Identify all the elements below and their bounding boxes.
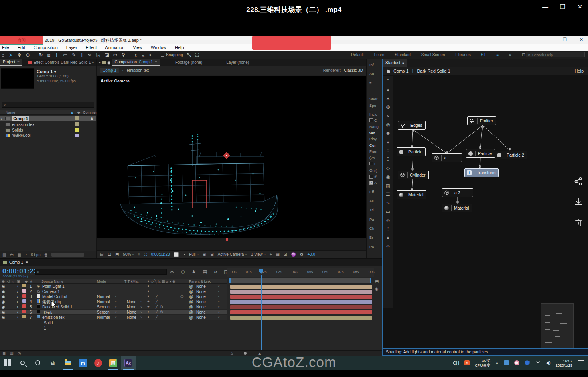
column-parent[interactable]: Parent & Link [189, 279, 211, 283]
project-search-box[interactable]: ⌕ [2, 102, 94, 108]
layer-name[interactable]: Point Light 1 [42, 284, 65, 289]
mini-flowchart-icon[interactable]: ⬒ [115, 252, 119, 257]
timeline-tab[interactable]: Comp 1 [9, 260, 23, 265]
share-nodes-icon[interactable] [574, 177, 583, 186]
current-time-display[interactable]: 0:00:01:23 [2, 267, 37, 275]
node-particle-2[interactable]: Particle [466, 149, 495, 158]
eye-icon[interactable]: ◉ [2, 304, 5, 310]
menu-edit[interactable]: Edit [17, 45, 26, 50]
expand-icon[interactable]: › [17, 289, 18, 294]
quality-switch-icon[interactable]: ╱ [156, 310, 158, 315]
quality-switch-icon[interactable]: ╱ [156, 299, 158, 304]
expand-icon[interactable]: › [17, 299, 18, 304]
node-edges[interactable]: Edges [398, 121, 426, 130]
parent-dropdown[interactable]: None [196, 299, 206, 304]
close-icon[interactable]: ✕ [577, 3, 582, 10]
tab-composition[interactable]: Composition Comp 1 ≡ [112, 59, 160, 66]
tab-layer[interactable]: Layer (none) [226, 60, 249, 65]
layer-row-1[interactable]: ◉ › 1 ☀ Point Light 1 ✦ @ None ˅ [0, 284, 227, 289]
exposure-icon[interactable]: ✿ [300, 252, 303, 257]
node-a2[interactable]: a 2 [442, 188, 473, 197]
workspace-standard[interactable]: Standard [395, 53, 411, 57]
node-particle-3[interactable]: Particle 2 [495, 151, 527, 159]
timeline-search-input[interactable] [41, 269, 157, 275]
quality-switch-icon[interactable]: ╱ [156, 315, 158, 320]
panel-menu-icon[interactable]: ≡ [26, 260, 28, 265]
panel-menu-icon[interactable]: ≡ [155, 60, 157, 64]
mode-dropdown[interactable]: Screen [97, 304, 110, 310]
delete-icon[interactable]: 🗑 [44, 253, 48, 257]
label-chip[interactable] [22, 294, 26, 298]
snapshot-icon[interactable]: ⬜ [174, 252, 179, 257]
layer-name-editing[interactable]: Dark Red Solid 1 [42, 310, 45, 310]
timeline-search-box[interactable]: ⌕ [35, 269, 167, 275]
menu-view[interactable]: View [132, 45, 143, 50]
workspace-overflow-icon[interactable]: » [509, 53, 511, 57]
eye-icon[interactable]: ◉ [2, 315, 5, 320]
grid-icon[interactable]: ⛶ [195, 52, 199, 58]
node-material-2[interactable]: Material [442, 204, 472, 212]
frame-blending-icon[interactable]: ▤ [203, 269, 207, 275]
pickwhip-icon[interactable]: @ [189, 299, 193, 304]
axis-world-icon[interactable]: ⟑ [142, 52, 144, 58]
node-a[interactable]: a [432, 153, 462, 162]
workspace-small-screen[interactable]: Small Screen [421, 53, 445, 57]
brush-tool-icon[interactable]: ✑ [88, 52, 92, 58]
column-mode[interactable]: Mode [97, 279, 106, 283]
stamp-tool-icon[interactable]: ⎘ [96, 52, 100, 58]
shy-switch-icon[interactable]: ✦ [147, 299, 150, 304]
new-comp-icon[interactable]: ▦ [17, 253, 21, 257]
strip-menu-icon[interactable]: ≡ [369, 81, 372, 85]
draft-3d-icon[interactable]: ⬡ [181, 269, 185, 275]
label-column-icon[interactable]: ◆ [77, 110, 80, 114]
hide-shy-icon[interactable]: ♟ [192, 269, 196, 275]
renderer-value[interactable]: Classic 3D [344, 68, 363, 73]
fx-switch[interactable]: fx [160, 304, 163, 310]
hand-tool-icon[interactable]: ✥ [17, 52, 21, 58]
label-chip[interactable] [75, 116, 79, 120]
parent-dropdown[interactable]: None [196, 304, 206, 310]
menu-file[interactable]: File [1, 45, 10, 50]
trkmat-dropdown[interactable]: None [127, 310, 136, 315]
layer-duration-bar[interactable] [230, 295, 372, 299]
scale-icon[interactable]: ⤡ [187, 52, 191, 58]
layer-duration-bar[interactable] [230, 285, 372, 289]
eye-icon[interactable]: ◉ [2, 294, 5, 299]
workspace-st[interactable]: ST [481, 53, 486, 57]
maximize-icon[interactable]: ❐ [560, 3, 565, 10]
trash-icon[interactable] [574, 218, 583, 227]
workspace-libraries[interactable]: Libraries [455, 53, 470, 57]
project-item-emission-tex[interactable]: › emission tex [0, 122, 96, 127]
eye-icon[interactable]: ◉ [2, 299, 5, 304]
shape-tool-icon[interactable]: ▭ [63, 52, 67, 58]
node-cylinder[interactable]: Cylinder [398, 171, 429, 179]
menu-composition[interactable]: Composition [33, 45, 59, 50]
label-chip[interactable] [22, 284, 26, 287]
mode-dropdown[interactable]: Screen [97, 310, 110, 315]
guides-icon[interactable]: ⌗ [138, 252, 140, 257]
expand-icon[interactable]: › [17, 284, 18, 289]
tab-footage[interactable]: Footage (none) [175, 60, 202, 65]
eye-icon[interactable]: ◉ [2, 310, 5, 315]
timeline-button-icon[interactable]: ⊡ [284, 252, 287, 257]
mode-dropdown[interactable]: Normal [97, 299, 110, 304]
expand-icon[interactable]: › [17, 304, 18, 310]
always-preview-icon[interactable]: ▤ [100, 252, 103, 257]
bit-depth[interactable]: 8 bpc [31, 253, 40, 257]
pen-tool-icon[interactable]: ✎ [72, 52, 76, 58]
list-view-icon[interactable]: ▤ [2, 253, 6, 257]
workspace-default[interactable]: Default [351, 53, 364, 57]
checkbox[interactable] [369, 162, 373, 165]
project-search-input[interactable] [8, 102, 83, 108]
new-folder-icon[interactable]: 🗀 [10, 253, 14, 257]
search-help-input[interactable] [532, 53, 576, 57]
workspace-learn[interactable]: Learn [374, 53, 385, 57]
layer-duration-bar[interactable] [230, 316, 372, 320]
parent-dropdown[interactable]: None [196, 294, 206, 299]
breadcrumb-comp[interactable]: Comp 1 [100, 68, 119, 73]
mode-dropdown[interactable]: Normal [97, 315, 110, 320]
layer-duration-bar[interactable] [230, 290, 372, 294]
label-chip[interactable] [22, 289, 26, 293]
menu-window[interactable]: Window [150, 45, 167, 50]
rotate-tool-icon[interactable]: ↻ [39, 52, 43, 58]
